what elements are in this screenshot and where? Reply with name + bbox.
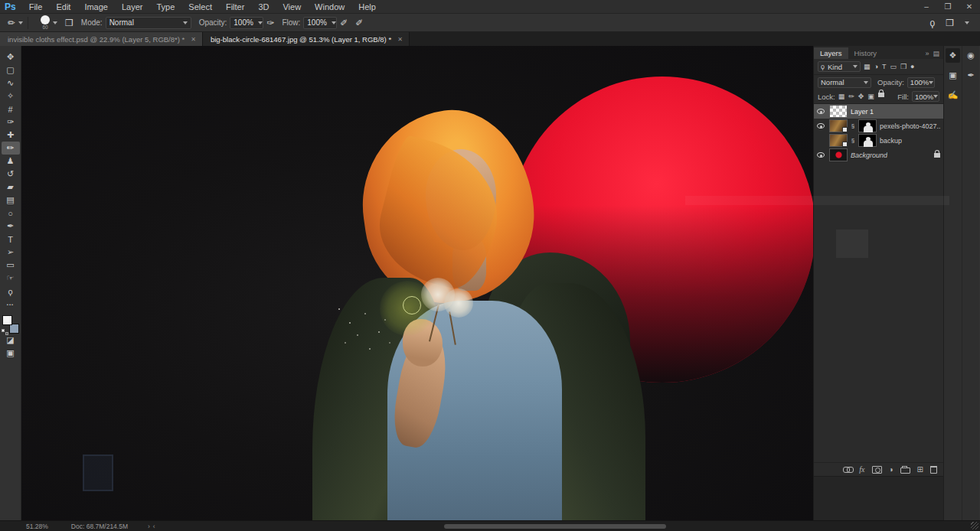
- quick-selection-tool[interactable]: ✧: [2, 90, 20, 103]
- type-tool[interactable]: T: [2, 233, 20, 246]
- gradient-tool[interactable]: ▤: [2, 194, 20, 207]
- layer-mask-thumbnail[interactable]: [858, 119, 877, 132]
- color-dock-icon[interactable]: ◉: [964, 48, 978, 63]
- layer-thumbnail[interactable]: [829, 119, 848, 132]
- document-tab-2[interactable]: big-black-circle-681467.jpg @ 51.3% (Lay…: [203, 32, 410, 46]
- panel-menu-icon[interactable]: ▤: [933, 50, 939, 57]
- horizontal-scrollbar-thumb[interactable]: [444, 524, 666, 529]
- tool-preset-chevron-icon[interactable]: [18, 21, 23, 24]
- crop-tool[interactable]: #: [2, 103, 20, 116]
- layer-opacity-dropdown[interactable]: 100%: [907, 77, 935, 88]
- layer-row-background[interactable]: Background: [814, 148, 943, 162]
- dodge-tool[interactable]: ○: [2, 207, 20, 220]
- visibility-toggle[interactable]: [815, 152, 826, 158]
- minimize-button[interactable]: –: [916, 2, 937, 11]
- delete-layer-icon[interactable]: [930, 466, 937, 474]
- panel-tab-layers[interactable]: Layers: [814, 47, 848, 59]
- document-canvas[interactable]: [21, 46, 813, 520]
- filter-pixel-layers-icon[interactable]: ▦: [864, 63, 871, 70]
- lasso-tool[interactable]: ∿: [2, 77, 20, 90]
- screen-mode-button[interactable]: ▣: [2, 347, 20, 360]
- brush-tool[interactable]: ✏: [2, 142, 20, 155]
- foreground-color-swatch[interactable]: [2, 315, 12, 325]
- restore-button[interactable]: ❐: [937, 2, 959, 11]
- layer-thumbnail[interactable]: [829, 134, 848, 147]
- link-layers-icon[interactable]: [843, 467, 852, 472]
- lock-paint-icon[interactable]: ✏: [848, 93, 854, 100]
- filter-smart-objects-icon[interactable]: ❒: [900, 63, 906, 70]
- collapse-panels-icon[interactable]: »: [925, 50, 929, 57]
- marquee-tool[interactable]: ▢: [2, 64, 20, 77]
- smoothing-icon[interactable]: ✐: [355, 18, 363, 28]
- layer-thumbnail[interactable]: [829, 148, 848, 161]
- airbrush-icon[interactable]: ✐: [340, 18, 348, 28]
- menu-image[interactable]: Image: [77, 2, 115, 11]
- clone-stamp-tool[interactable]: ♟: [2, 155, 20, 168]
- chevron-down-icon[interactable]: [965, 21, 969, 24]
- search-icon[interactable]: ϙ: [930, 18, 936, 28]
- filter-toggle-icon[interactable]: ●: [910, 63, 914, 70]
- visibility-toggle[interactable]: [815, 123, 826, 129]
- add-layer-mask-icon[interactable]: [872, 466, 882, 474]
- resize-grip-icon[interactable]: [971, 522, 978, 529]
- clone-source-dock-icon[interactable]: ✍: [946, 88, 960, 103]
- menu-3d[interactable]: 3D: [251, 2, 276, 11]
- layer-row-pexels-photo-4027-[interactable]: §pexels-photo-4027...: [814, 119, 943, 133]
- close-tab-icon[interactable]: ✕: [191, 36, 196, 43]
- color-swatches[interactable]: [2, 315, 19, 334]
- menu-file[interactable]: File: [22, 2, 50, 11]
- close-tab-icon[interactable]: ✕: [397, 36, 403, 43]
- panel-tab-history[interactable]: History: [848, 47, 884, 59]
- layer-thumbnail[interactable]: [829, 105, 848, 118]
- close-button[interactable]: ✕: [959, 2, 980, 11]
- channels-dock-icon[interactable]: ▣: [946, 68, 960, 83]
- visibility-toggle[interactable]: [815, 109, 826, 114]
- healing-brush-tool[interactable]: ✚: [2, 129, 20, 142]
- pen-tool[interactable]: ✒: [2, 220, 20, 233]
- brush-preset-chevron-icon[interactable]: [53, 21, 57, 24]
- hand-tool[interactable]: ☞: [2, 272, 20, 285]
- history-brush-tool[interactable]: ↺: [2, 168, 20, 181]
- filter-kind-dropdown[interactable]: ϙ Kind: [818, 61, 861, 72]
- edit-toolbar-button[interactable]: •••: [2, 298, 20, 311]
- default-colors-icon[interactable]: [2, 329, 8, 335]
- lock-transparency-icon[interactable]: ▦: [838, 93, 845, 100]
- new-group-icon[interactable]: [900, 467, 910, 474]
- filter-adjustment-layers-icon[interactable]: ◑: [874, 63, 878, 70]
- brush-preview-icon[interactable]: 60: [41, 15, 50, 31]
- layer-mask-thumbnail[interactable]: [858, 134, 877, 147]
- zoom-level-field[interactable]: 51.28%: [26, 523, 48, 530]
- layer-blend-mode-dropdown[interactable]: Normal: [818, 77, 871, 88]
- eraser-tool[interactable]: ▰: [2, 181, 20, 194]
- layer-row-backup[interactable]: §backup: [814, 133, 943, 148]
- document-tab-1[interactable]: invisible cloths effect.psd @ 22.9% (Lay…: [0, 32, 203, 46]
- layer-style-icon[interactable]: fx: [859, 465, 864, 474]
- filter-type-layers-icon[interactable]: T: [882, 63, 887, 70]
- fill-dropdown[interactable]: 100%: [912, 91, 939, 102]
- blend-mode-dropdown[interactable]: Normal: [106, 17, 191, 29]
- status-bar-arrows-icon[interactable]: ›‹: [148, 523, 158, 530]
- menu-type[interactable]: Type: [150, 2, 182, 11]
- brush-preset-picker[interactable]: 60: [41, 15, 57, 31]
- path-selection-tool[interactable]: ➢: [2, 246, 20, 259]
- menu-filter[interactable]: Filter: [219, 2, 251, 11]
- layers-dock-icon[interactable]: ❖: [946, 48, 960, 63]
- menu-view[interactable]: View: [276, 2, 308, 11]
- layer-row-layer-1[interactable]: Layer 1: [814, 104, 943, 119]
- workspace-switcher-icon[interactable]: ❒: [946, 18, 954, 28]
- flow-dropdown[interactable]: 100%: [303, 17, 337, 29]
- lock-artboard-icon[interactable]: ▣: [867, 93, 874, 100]
- lock-position-icon[interactable]: ✥: [858, 93, 864, 100]
- menu-select[interactable]: Select: [181, 2, 219, 11]
- opacity-dropdown[interactable]: 100%: [230, 17, 263, 29]
- new-adjustment-layer-icon[interactable]: ◑: [889, 466, 893, 474]
- quick-mask-button[interactable]: ◪: [2, 334, 20, 347]
- active-tool-icon[interactable]: ✏: [8, 18, 15, 28]
- menu-edit[interactable]: Edit: [49, 2, 77, 11]
- paths-dock-icon[interactable]: ✒: [964, 68, 978, 83]
- pressure-opacity-icon[interactable]: ✑: [266, 18, 274, 28]
- eyedropper-tool[interactable]: ✑: [2, 116, 20, 129]
- filter-shape-layers-icon[interactable]: ▭: [890, 63, 897, 70]
- menu-layer[interactable]: Layer: [115, 2, 150, 11]
- new-layer-icon[interactable]: ⊞: [917, 466, 923, 474]
